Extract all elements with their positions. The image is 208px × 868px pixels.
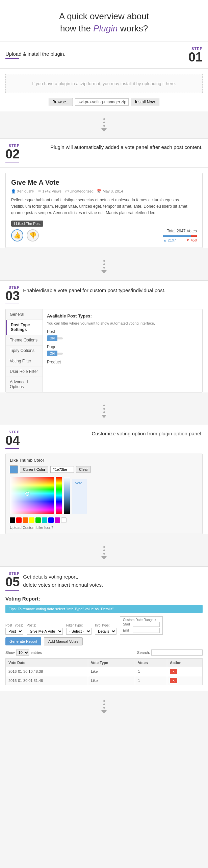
step-05-number: 05: [5, 576, 20, 588]
step-04-accent: [5, 448, 19, 449]
col-vote-date: Vote Date: [6, 659, 88, 667]
row2-action: ×: [167, 676, 202, 685]
step-04-section: STEP 04 Customize voting option from plu…: [0, 425, 208, 534]
posts-select[interactable]: Give Me A Vote: [27, 628, 63, 635]
post-toggle-switch[interactable]: ON: [47, 335, 198, 341]
row1-votes: 1: [135, 667, 167, 676]
page-toggle-on[interactable]: ON: [47, 351, 57, 356]
report-table: Vote Date Vote Type Votes Action 2016-01…: [5, 658, 203, 685]
table-body: 2016-01-30 10:48:38 Like 1 × 2016-01-30 …: [6, 667, 203, 685]
swatch-red[interactable]: [16, 517, 22, 523]
show-count-select[interactable]: 10: [16, 649, 29, 656]
start-date-input[interactable]: [133, 622, 160, 627]
sidebar-item-user-role-filter[interactable]: User Role Filter: [6, 366, 43, 377]
page-title: A quick overview about how the Plugin wo…: [14, 10, 194, 35]
step-03-accent: [5, 304, 19, 304]
vote-counts: ▲ 2197 ▼ 450: [163, 238, 197, 242]
hex-input[interactable]: [50, 466, 74, 473]
post-types-filter: Post Types: Post: [5, 623, 23, 635]
category-icon: 🏷: [65, 189, 69, 193]
arrow-divider-3: [0, 398, 208, 425]
step-02-number: 02: [5, 148, 20, 160]
delete-row1-button[interactable]: ×: [170, 669, 177, 674]
sidebar-item-voting-filter[interactable]: Voting Filter: [6, 356, 43, 366]
search-input[interactable]: [151, 649, 203, 656]
meta-author: 👤Xenioushk: [11, 189, 34, 194]
install-now-button[interactable]: Install Now: [131, 98, 159, 106]
color-gradient[interactable]: [10, 477, 54, 514]
post-toggle-row: Post ON: [47, 329, 198, 341]
color-swatches-row: [10, 517, 198, 523]
step-05-left: STEP 05 Get details voting report, delet…: [5, 571, 103, 591]
swatch-orange[interactable]: [23, 517, 28, 523]
post-types-select[interactable]: Post: [5, 628, 23, 635]
swatch-cyan[interactable]: [42, 517, 47, 523]
posts-label: Posts:: [27, 623, 63, 627]
swatch-green[interactable]: [35, 517, 41, 523]
page-toggle-switch[interactable]: ON: [47, 351, 198, 356]
table-header-row: Vote Date Vote Type Votes Action: [6, 659, 203, 667]
step-05-desc: Get details voting report, delete votes …: [23, 573, 103, 589]
plugin-link[interactable]: Plugin: [93, 23, 118, 33]
demo-post-title: Give Me A Vote: [11, 179, 197, 186]
sidebar-item-advanced-options[interactable]: Advanced Options: [6, 377, 43, 392]
end-label: End: [123, 629, 131, 632]
col-action: Action: [167, 659, 202, 667]
generate-report-button[interactable]: Generate Report: [5, 637, 41, 645]
clear-button[interactable]: Clear: [76, 466, 91, 473]
browse-button[interactable]: Browse...: [49, 98, 73, 106]
color-circle: [25, 492, 29, 496]
swatch-white[interactable]: [61, 517, 67, 523]
end-date-input[interactable]: [133, 628, 160, 633]
vote-text-preview: vote.: [72, 479, 87, 514]
thumb-down-button[interactable]: 👎: [27, 229, 39, 241]
thumb-up-button[interactable]: 👍: [11, 229, 23, 241]
filename-display: bwl-pro-voting-manager.zip: [75, 98, 129, 106]
add-manual-votes-button[interactable]: Add Manual Votes: [44, 637, 83, 645]
col-vote-type: Vote Type: [88, 659, 135, 667]
current-color-button[interactable]: Current Color: [20, 466, 48, 473]
step-02-badge: STEP 02: [5, 144, 20, 162]
vote-meta: 👤Xenioushk 👁1742 Views 🏷Uncategorized 📅M…: [11, 189, 197, 194]
filter-type-select[interactable]: - Select -: [66, 628, 92, 635]
sidebar-item-post-type-settings[interactable]: Post Type Settings: [6, 320, 43, 335]
delete-row2-button[interactable]: ×: [170, 678, 177, 683]
table-controls: Show 10 entries Search:: [5, 649, 203, 656]
post-toggle-on[interactable]: ON: [47, 335, 57, 341]
sidebar-item-tipsy-options[interactable]: Tipsy Options: [6, 346, 43, 356]
row1-action: ×: [167, 667, 202, 676]
search-label: Search:: [137, 650, 150, 655]
swatch-blue[interactable]: [48, 517, 54, 523]
sidebar-item-theme-options[interactable]: Theme Options: [6, 335, 43, 346]
step-01-content: If you have a plugin in a .zip format, y…: [0, 69, 208, 111]
start-label: Start: [123, 622, 131, 626]
page-wrapper: A quick overview about how the Plugin wo…: [0, 0, 208, 723]
date-inputs: Start End: [123, 622, 160, 633]
step-02-bar: STEP 02 Plugin will automatically added …: [0, 139, 208, 168]
color-spectrum[interactable]: [56, 477, 62, 514]
color-picker-panel: Like Thumb Color Current Color Clear vot…: [5, 454, 203, 534]
step-03-bar: STEP 03 Enable/disable vote panel for cu…: [0, 281, 208, 309]
vote-totals: Total:2647 Votes ▲ 2197 ▼ 450: [163, 229, 197, 242]
swatch-black[interactable]: [10, 517, 15, 523]
swatch-yellow[interactable]: [29, 517, 34, 523]
step-04-bar: STEP 04 Customize voting option from plu…: [0, 425, 208, 454]
step-02-section: STEP 02 Plugin will automatically added …: [0, 138, 208, 248]
action-buttons: Generate Report Add Manual Votes: [5, 637, 203, 645]
vote-bar: [163, 235, 197, 237]
row2-votes: 1: [135, 676, 167, 685]
upload-hint: If you have a plugin in a .zip format, y…: [12, 81, 196, 86]
step-03-section: STEP 03 Enable/disable vote panel for cu…: [0, 280, 208, 392]
post-toggle-label: Post: [47, 329, 198, 334]
date-icon: 📅: [97, 189, 102, 194]
color-brightness[interactable]: [64, 477, 70, 514]
swatch-purple[interactable]: [55, 517, 60, 523]
search-box: Search:: [137, 649, 203, 656]
vote-panel-demo: Give Me A Vote 👤Xenioushk 👁1742 Views 🏷U…: [5, 173, 203, 248]
step-04-desc: Customize voting option from plugin opti…: [20, 430, 203, 438]
color-swatch[interactable]: [10, 465, 18, 474]
sidebar-item-general[interactable]: General: [6, 309, 43, 320]
info-type-select[interactable]: Details: [95, 628, 116, 635]
entries-label: entries: [31, 650, 42, 655]
voting-report-section: Voting Report: Tips: To remove voting da…: [0, 596, 208, 691]
